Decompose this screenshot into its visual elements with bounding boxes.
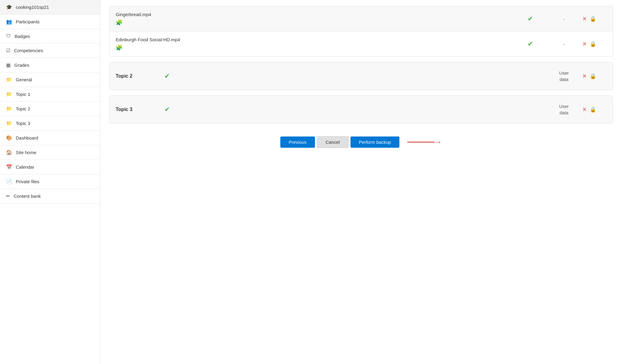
sidebar: 🎓 cooking101sp21 👥 Participants 🛡 Badges… <box>0 0 100 364</box>
sidebar-item-general[interactable]: 📁 General <box>0 72 100 87</box>
sidebar-item-sitehome[interactable]: 🏠 Site home <box>0 145 100 160</box>
topic3-icon: 📁 <box>6 120 12 126</box>
sidebar-item-competencies[interactable]: ☑ Competencies <box>0 43 100 58</box>
puzzle-icon-gingerbread: 🧩 <box>116 19 122 26</box>
topic2-delete-icon[interactable]: ✕ <box>582 73 587 79</box>
sidebar-label-badges: Badges <box>15 34 30 39</box>
sidebar-item-badges[interactable]: 🛡 Badges <box>0 29 100 43</box>
topic3-actions: ✕ 🔒 <box>582 106 607 113</box>
previous-button[interactable]: Previous <box>280 136 315 148</box>
sidebar-label-topic1: Topic 1 <box>16 92 30 97</box>
sidebar-item-topic1[interactable]: 📁 Topic 1 <box>0 87 100 102</box>
calendar-icon: 📅 <box>6 164 12 170</box>
sidebar-item-course[interactable]: 🎓 cooking101sp21 <box>0 0 100 15</box>
topic1-icon: 📁 <box>6 91 12 97</box>
gingerbread-lock-icon[interactable]: 🔒 <box>590 16 596 22</box>
sidebar-item-participants[interactable]: 👥 Participants <box>0 15 100 29</box>
sidebar-item-topic3[interactable]: 📁 Topic 3 <box>0 116 100 131</box>
puzzle-icon-edinburgh: 🧩 <box>116 44 122 52</box>
perform-backup-button[interactable]: Perform backup <box>350 136 400 148</box>
gingerbread-name: Gingerbread.mp4 🧩 <box>116 11 528 26</box>
topic3-label: Topic 3 <box>116 107 164 112</box>
topic3-lock-icon[interactable]: 🔒 <box>590 106 596 113</box>
sidebar-item-calendar[interactable]: 📅 Calendar <box>0 160 100 174</box>
topic3-check: ✔ <box>164 106 183 113</box>
edinburgh-delete-icon[interactable]: ✕ <box>582 41 587 47</box>
arrow-icon: → <box>433 137 442 147</box>
topic3-section: Topic 3 ✔ Userdata ✕ 🔒 <box>109 96 613 123</box>
sidebar-label-privatefiles: Private files <box>16 179 39 184</box>
course-icon: 🎓 <box>6 4 12 10</box>
topic2-actions: ✕ 🔒 <box>582 73 607 79</box>
edinburgh-name: Edinburgh Food Social-HD.mp4 🧩 <box>116 36 528 52</box>
topic3-delete-icon[interactable]: ✕ <box>582 106 587 113</box>
sidebar-label-sitehome: Site home <box>16 150 36 155</box>
edinburgh-row: Edinburgh Food Social-HD.mp4 🧩 ✔ - ✕ 🔒 <box>110 32 613 56</box>
participants-icon: 👥 <box>6 19 12 25</box>
topic2-section: Topic 2 ✔ Userdata ✕ 🔒 <box>109 62 613 90</box>
sidebar-label-participants: Participants <box>16 19 39 24</box>
sidebar-label-calendar: Calendar <box>16 164 34 170</box>
gingerbread-delete-icon[interactable]: ✕ <box>582 15 587 22</box>
topic2-row: Topic 2 ✔ Userdata ✕ 🔒 <box>110 62 613 90</box>
topic2-label: Topic 2 <box>116 73 164 79</box>
gingerbread-actions: ✕ 🔒 <box>582 15 607 22</box>
sidebar-label-dashboard: Dashboard <box>16 135 38 140</box>
sidebar-label-topic2: Topic 2 <box>16 106 30 111</box>
badges-icon: 🛡 <box>6 33 11 39</box>
gingerbread-check: ✔ <box>528 15 546 23</box>
gingerbread-status: - <box>546 16 582 22</box>
competencies-icon: ☑ <box>6 48 10 53</box>
topic2-lock-icon[interactable]: 🔒 <box>590 73 596 79</box>
sidebar-item-privatefiles[interactable]: 📄 Private files <box>0 174 100 189</box>
privatefiles-icon: 📄 <box>6 179 12 184</box>
sidebar-item-topic2[interactable]: 📁 Topic 2 <box>0 102 100 116</box>
gingerbread-row: Gingerbread.mp4 🧩 ✔ - ✕ 🔒 <box>110 6 613 32</box>
sidebar-label-contentbank: Content bank <box>14 194 41 199</box>
main-content: Gingerbread.mp4 🧩 ✔ - ✕ 🔒 Edinburgh Food… <box>100 0 622 364</box>
sidebar-label-grades: Grades <box>14 62 29 68</box>
arrow-line <box>407 142 435 143</box>
sidebar-label-general: General <box>16 77 32 82</box>
sidebar-label-competencies: Competencies <box>14 48 43 53</box>
arrow-hint: → <box>407 137 442 147</box>
topic3-status: Userdata <box>546 103 582 116</box>
media-files-section: Gingerbread.mp4 🧩 ✔ - ✕ 🔒 Edinburgh Food… <box>109 6 613 57</box>
edinburgh-check: ✔ <box>528 40 546 48</box>
topic2-status: Userdata <box>546 70 582 83</box>
sitehome-icon: 🏠 <box>6 150 12 155</box>
grades-icon: ▦ <box>6 62 11 68</box>
sidebar-label-course: cooking101sp21 <box>16 5 49 10</box>
bottom-bar: Previous Cancel Perform backup → <box>109 129 613 153</box>
cancel-button[interactable]: Cancel <box>317 136 349 148</box>
edinburgh-lock-icon[interactable]: 🔒 <box>590 41 596 47</box>
sidebar-item-dashboard[interactable]: 🎨 Dashboard <box>0 131 100 145</box>
sidebar-item-grades[interactable]: ▦ Grades <box>0 58 100 72</box>
sidebar-item-contentbank[interactable]: ✏ Content bank <box>0 189 100 204</box>
edinburgh-status: - <box>546 42 582 47</box>
topic3-row: Topic 3 ✔ Userdata ✕ 🔒 <box>110 96 613 123</box>
sidebar-label-topic3: Topic 3 <box>16 121 30 126</box>
general-icon: 📁 <box>6 77 12 83</box>
topic2-check: ✔ <box>164 72 183 80</box>
dashboard-icon: 🎨 <box>6 135 12 141</box>
edinburgh-actions: ✕ 🔒 <box>582 41 607 47</box>
topic2-icon: 📁 <box>6 106 12 112</box>
contentbank-icon: ✏ <box>6 193 10 199</box>
